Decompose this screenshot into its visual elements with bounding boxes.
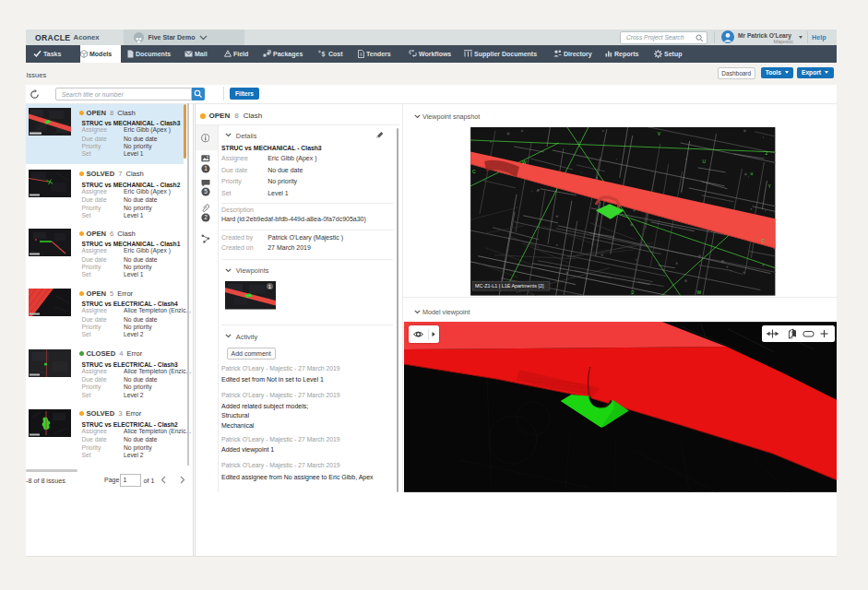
svg-text:U: U: [703, 159, 707, 164]
svg-text:5: 5: [204, 188, 208, 195]
svg-text:1: 1: [204, 165, 208, 171]
svg-text:MC-Z1-L1 | L1E Apartments [2]: MC-Z1-L1 | L1E Apartments [2]: [475, 284, 544, 289]
svg-text:$: $: [322, 51, 326, 57]
svg-text:2: 2: [632, 289, 635, 295]
svg-text:C: C: [762, 238, 766, 243]
svg-text:C: C: [473, 169, 477, 174]
svg-text:2: 2: [204, 214, 208, 220]
svg-text:2: 2: [766, 150, 768, 156]
svg-text:u: u: [751, 171, 754, 176]
svg-text:W: W: [697, 289, 702, 295]
svg-text:W: W: [522, 159, 527, 165]
